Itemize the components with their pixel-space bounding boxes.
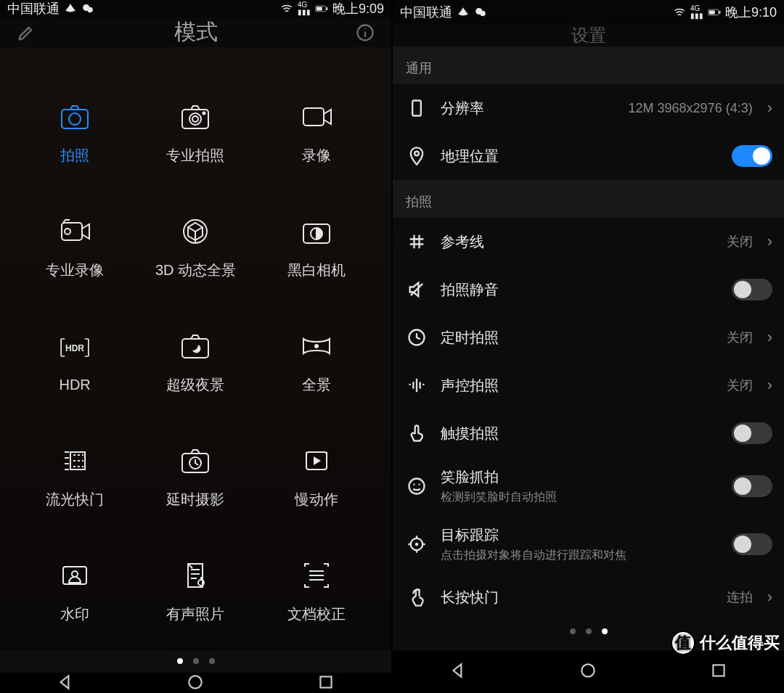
mode-label: 专业录像 bbox=[46, 261, 104, 280]
header: 设置 bbox=[393, 25, 784, 46]
mode-label: 有声照片 bbox=[166, 604, 224, 624]
row-touch[interactable]: 触摸拍照 bbox=[393, 409, 784, 457]
svg-point-10 bbox=[192, 116, 198, 122]
mode-label: 黑白相机 bbox=[287, 261, 346, 280]
mode-3d-pano[interactable]: 3D 动态全景 bbox=[135, 191, 256, 300]
mode-label: 流光快门 bbox=[46, 490, 104, 509]
mode-pro-photo[interactable]: 专业拍照 bbox=[135, 76, 256, 185]
camera-icon bbox=[54, 97, 95, 137]
location-icon bbox=[404, 144, 429, 168]
toggle-track[interactable] bbox=[732, 533, 772, 555]
mode-label: 文档校正 bbox=[287, 604, 346, 624]
row-title: 触摸拍照 bbox=[441, 424, 720, 443]
nav-home[interactable] bbox=[579, 661, 597, 683]
svg-rect-6 bbox=[62, 110, 88, 128]
cube-3d-icon bbox=[175, 211, 216, 252]
mode-slomo[interactable]: 慢动作 bbox=[256, 420, 377, 529]
row-resolution[interactable]: 分辨率 12M 3968x2976 (4:3) › bbox=[393, 84, 784, 132]
svg-rect-34 bbox=[412, 101, 421, 116]
svg-rect-19 bbox=[182, 339, 208, 358]
battery-icon bbox=[708, 6, 721, 19]
mode-label: 录像 bbox=[302, 146, 331, 165]
nav-back[interactable] bbox=[449, 661, 467, 683]
mode-audio-photo[interactable]: 有声照片 bbox=[135, 535, 256, 644]
svg-point-11 bbox=[203, 112, 205, 114]
mode-label: 水印 bbox=[60, 604, 89, 624]
mode-label: 专业拍照 bbox=[166, 146, 224, 165]
nav-bar bbox=[393, 651, 784, 693]
smzdm-badge-icon: 值 bbox=[671, 631, 695, 655]
row-hold-shutter[interactable]: 长按快门 连拍 › bbox=[393, 573, 784, 621]
row-smile[interactable]: 笑脸抓拍 检测到笑脸时自动拍照 bbox=[393, 457, 784, 515]
tap-icon bbox=[404, 585, 429, 610]
nav-recent[interactable] bbox=[317, 673, 335, 693]
mode-video[interactable]: 录像 bbox=[256, 76, 377, 185]
row-location[interactable]: 地理位置 bbox=[393, 132, 784, 180]
header: 模式 bbox=[0, 17, 391, 47]
mode-photo[interactable]: 拍照 bbox=[15, 76, 135, 185]
mode-pro-video[interactable]: 专业录像 bbox=[15, 191, 135, 300]
mode-hdr[interactable]: HDR HDR bbox=[15, 306, 135, 414]
mode-grid: 拍照 专业拍照 录像 专业录像 3D 动态全景 黑白相机 bbox=[0, 47, 391, 651]
huawei-icon bbox=[457, 6, 470, 19]
mode-timelapse[interactable]: 延时摄影 bbox=[135, 420, 256, 529]
nav-home[interactable] bbox=[186, 673, 205, 693]
toggle-touch[interactable] bbox=[732, 422, 772, 444]
voice-icon bbox=[404, 373, 429, 398]
svg-point-39 bbox=[418, 484, 420, 485]
row-mute[interactable]: 拍照静音 bbox=[393, 266, 784, 313]
svg-point-41 bbox=[415, 543, 419, 546]
toggle-smile[interactable] bbox=[732, 475, 772, 497]
svg-point-9 bbox=[189, 113, 201, 125]
row-grid[interactable]: 参考线 关闭 › bbox=[393, 218, 784, 266]
resolution-icon bbox=[404, 96, 429, 120]
row-value: 关闭 bbox=[727, 377, 753, 394]
pro-video-icon bbox=[54, 211, 95, 252]
night-icon bbox=[175, 326, 216, 366]
svg-rect-32 bbox=[709, 10, 715, 14]
mode-label: HDR bbox=[59, 377, 90, 393]
svg-rect-12 bbox=[303, 108, 324, 126]
chevron-right-icon: › bbox=[767, 232, 772, 251]
row-track[interactable]: 目标跟踪 点击拍摄对象将自动进行跟踪和对焦 bbox=[393, 515, 784, 573]
mode-light[interactable]: 流光快门 bbox=[15, 420, 135, 529]
svg-point-37 bbox=[409, 479, 425, 494]
mode-label: 全景 bbox=[302, 375, 331, 395]
smzdm-watermark: 值 什么值得买 bbox=[671, 631, 780, 655]
page-indicator bbox=[0, 651, 391, 673]
phone-right: 中国联通 4G▮▮▮ 晚上9:10 设置 通用 分辨率 12M 3968x297… bbox=[391, 0, 784, 693]
chevron-right-icon: › bbox=[767, 328, 772, 347]
row-title: 笑脸抓拍 bbox=[441, 467, 720, 487]
toggle-location[interactable] bbox=[732, 145, 772, 167]
row-title: 声控拍照 bbox=[441, 376, 715, 395]
toggle-mute[interactable] bbox=[732, 279, 772, 300]
mode-night[interactable]: 超级夜景 bbox=[135, 306, 256, 414]
nav-back[interactable] bbox=[56, 673, 75, 693]
pro-camera-icon bbox=[175, 97, 216, 137]
touch-icon bbox=[404, 421, 429, 446]
scan-icon bbox=[296, 555, 337, 596]
mode-label: 拍照 bbox=[60, 146, 89, 165]
svg-rect-33 bbox=[719, 11, 720, 14]
svg-point-42 bbox=[582, 664, 595, 676]
svg-rect-24 bbox=[63, 567, 86, 584]
edit-icon[interactable] bbox=[4, 17, 48, 47]
svg-point-1 bbox=[87, 7, 93, 13]
row-voice[interactable]: 声控拍照 关闭 › bbox=[393, 361, 784, 409]
row-timer[interactable]: 定时拍照 关闭 › bbox=[393, 313, 784, 361]
nav-recent[interactable] bbox=[709, 661, 728, 683]
time-label: 晚上9:10 bbox=[725, 4, 777, 21]
wifi-icon bbox=[673, 6, 686, 19]
svg-rect-3 bbox=[317, 7, 322, 10]
mono-camera-icon bbox=[296, 211, 337, 252]
clock-icon bbox=[404, 325, 429, 350]
row-title: 长按快门 bbox=[441, 588, 715, 607]
light-painting-icon bbox=[54, 440, 95, 481]
mode-doc-scan[interactable]: 文档校正 bbox=[256, 535, 377, 644]
info-icon[interactable] bbox=[343, 17, 387, 47]
wifi-icon bbox=[280, 2, 293, 15]
mode-watermark[interactable]: 水印 bbox=[15, 535, 135, 644]
mode-mono[interactable]: 黑白相机 bbox=[256, 191, 377, 300]
mode-pano[interactable]: 全景 bbox=[256, 306, 377, 414]
row-title: 定时拍照 bbox=[441, 328, 715, 348]
